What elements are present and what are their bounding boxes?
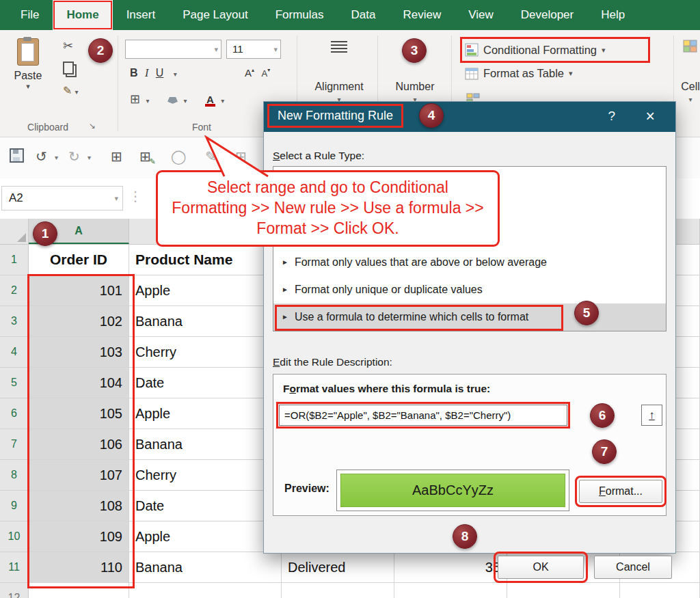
cell-B11[interactable]: Banana — [129, 552, 282, 583]
font-name-combobox[interactable]: ▾ — [125, 40, 221, 59]
grid-edit-icon[interactable]: ⊞ — [139, 148, 151, 165]
tab-review[interactable]: Review — [389, 0, 455, 30]
dialog-title-bar[interactable]: New Formatting Rule ? × — [264, 102, 675, 132]
cell-A11[interactable]: 110 — [29, 552, 129, 583]
cell-A6[interactable]: 105 — [29, 398, 129, 429]
cell-B4[interactable]: Cherry — [129, 337, 282, 368]
borders-button[interactable] — [130, 94, 140, 105]
row-header-9[interactable]: 9 — [0, 491, 29, 521]
increase-font-size-button[interactable] — [245, 67, 254, 79]
row-header-2[interactable]: 2 — [0, 275, 29, 306]
redo-chevron-icon[interactable]: ▾ — [88, 154, 91, 161]
cell-D12[interactable] — [394, 583, 507, 598]
row-header-11[interactable]: 11 — [0, 552, 29, 583]
cell-A12[interactable] — [29, 583, 129, 598]
rule-type-option-6[interactable]: Use a formula to determine which cells t… — [273, 303, 666, 331]
fill-color-button[interactable] — [167, 97, 178, 104]
cell-B12[interactable] — [129, 583, 282, 598]
format-painter-chevron-icon[interactable]: ▾ — [75, 88, 78, 96]
cell-A2[interactable]: 101 — [29, 275, 129, 306]
underline-button[interactable] — [156, 67, 164, 79]
cell-B6[interactable]: Apple — [129, 398, 282, 429]
decrease-font-size-button[interactable] — [261, 67, 270, 79]
font-color-button[interactable] — [205, 95, 215, 107]
row-header-7[interactable]: 7 — [0, 429, 29, 460]
alignment-group-button[interactable]: Alignment ▾ — [302, 30, 376, 54]
cell-B2[interactable]: Apple — [129, 275, 282, 306]
row-header-8[interactable]: 8 — [0, 460, 29, 491]
borders-chevron-icon[interactable]: ▾ — [146, 97, 150, 105]
conditional-formatting-button[interactable]: Conditional Formatting ▾ — [462, 39, 648, 61]
circle-tool-icon[interactable]: ◯ — [171, 148, 186, 165]
collapse-dialog-icon[interactable] — [641, 405, 662, 426]
row-header-3[interactable]: 3 — [0, 306, 29, 337]
select-all-corner[interactable] — [0, 219, 29, 244]
cell-A4[interactable]: 103 — [29, 337, 129, 368]
cancel-button[interactable]: Cancel — [594, 556, 672, 579]
tab-view[interactable]: View — [455, 0, 507, 30]
tab-home[interactable]: Home — [53, 0, 112, 30]
cell-A1[interactable]: Order ID — [29, 245, 129, 275]
cell-B7[interactable]: Banana — [129, 429, 282, 460]
rule-type-option-4[interactable]: Format only values that are above or bel… — [273, 249, 666, 276]
row-header-12[interactable]: 12 — [0, 583, 29, 598]
bold-button[interactable] — [130, 67, 138, 79]
font-color-chevron-icon[interactable]: ▾ — [221, 97, 224, 105]
tab-data[interactable]: Data — [338, 0, 390, 30]
cell-C11[interactable]: Delivered — [282, 552, 394, 583]
cell-D11[interactable]: 35 — [394, 552, 507, 583]
name-box[interactable]: A2 ▾ — [1, 186, 123, 210]
cell-A8[interactable]: 107 — [29, 460, 129, 491]
cell-A7[interactable]: 106 — [29, 429, 129, 460]
font-name-chevron-icon[interactable]: ▾ — [214, 45, 218, 54]
save-icon[interactable] — [10, 148, 24, 163]
redo-icon[interactable]: ↻ — [68, 148, 80, 165]
copy-icon[interactable] — [63, 62, 74, 74]
paste-chevron-down-icon[interactable]: ▾ — [7, 82, 49, 91]
cell-E12[interactable] — [507, 583, 620, 598]
dialog-help-button[interactable]: ? — [608, 109, 615, 124]
name-box-chevron-icon[interactable]: ▾ — [114, 194, 118, 203]
row-header-4[interactable]: 4 — [0, 337, 29, 368]
cell-A9[interactable]: 108 — [29, 491, 129, 521]
row-header-1[interactable]: 1 — [0, 245, 29, 275]
tab-page-layout[interactable]: Page Layout — [169, 0, 261, 30]
format-button[interactable]: Format... — [579, 480, 662, 503]
cell-B9[interactable]: Date — [129, 491, 282, 521]
cell-A5[interactable]: 104 — [29, 368, 129, 398]
tab-file[interactable]: File — [7, 0, 53, 30]
underline-chevron-icon[interactable]: ▾ — [174, 70, 177, 78]
cell-F12[interactable] — [620, 583, 700, 598]
cell-styles-group-button[interactable]: Cell ▾ — [678, 30, 700, 56]
ok-button[interactable]: OK — [498, 556, 584, 579]
formula-input[interactable] — [279, 405, 567, 426]
grid-window-icon[interactable]: ⊞ — [111, 148, 122, 165]
cell-B1[interactable]: Product Name — [129, 245, 282, 275]
tab-formulas[interactable]: Formulas — [262, 0, 338, 30]
cell-A10[interactable]: 109 — [29, 521, 129, 552]
row-header-6[interactable]: 6 — [0, 398, 29, 429]
undo-chevron-icon[interactable]: ▾ — [55, 154, 58, 161]
row-header-10[interactable]: 10 — [0, 521, 29, 552]
format-as-table-button[interactable]: Format as Table ▾ — [465, 67, 573, 80]
row-header-5[interactable]: 5 — [0, 368, 29, 398]
undo-icon[interactable]: ↺ — [36, 148, 47, 165]
font-size-combobox[interactable]: 11 ▾ — [226, 40, 281, 59]
dialog-close-button[interactable]: × — [641, 107, 660, 126]
format-painter-icon[interactable] — [63, 85, 72, 96]
cell-B3[interactable]: Banana — [129, 306, 282, 337]
tab-developer[interactable]: Developer — [507, 0, 588, 30]
cell-A3[interactable]: 102 — [29, 306, 129, 337]
font-size-chevron-icon[interactable]: ▾ — [273, 45, 278, 54]
rule-type-option-5[interactable]: Format only unique or duplicate values — [273, 276, 666, 303]
cell-B8[interactable]: Cherry — [129, 460, 282, 491]
tab-help[interactable]: Help — [587, 0, 638, 30]
cell-C12[interactable] — [282, 583, 394, 598]
fill-color-chevron-icon[interactable]: ▾ — [183, 97, 187, 105]
italic-button[interactable] — [145, 67, 148, 79]
cell-B5[interactable]: Date — [129, 368, 282, 398]
tab-insert[interactable]: Insert — [113, 0, 170, 30]
cell-B10[interactable]: Apple — [129, 521, 282, 552]
clipboard-dialog-launcher-icon[interactable]: ↘ — [89, 121, 96, 131]
paste-button[interactable]: Paste ▾ — [7, 36, 49, 91]
